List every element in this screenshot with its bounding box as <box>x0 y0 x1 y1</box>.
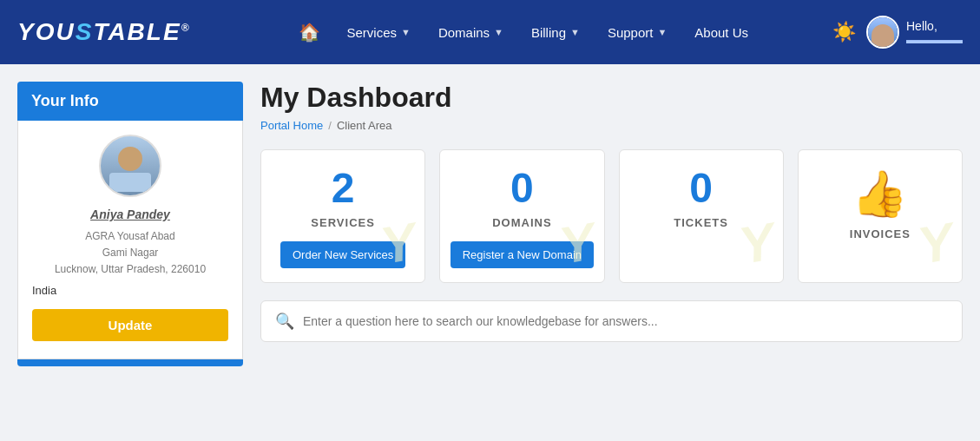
avatar <box>866 16 899 49</box>
order-services-button[interactable]: Order New Services <box>280 241 405 268</box>
tickets-label: TICKETS <box>674 216 728 229</box>
profile-country: India <box>32 284 56 297</box>
nav-home[interactable]: 🏠 <box>288 15 331 49</box>
avatar-person <box>871 24 894 47</box>
search-input[interactable] <box>303 314 948 328</box>
card-invoices: Y 👍 INVOICES <box>798 149 963 283</box>
brand-reg: ® <box>181 22 191 34</box>
sidebar: Your Info Aniya Pandey AGRA Yousaf Abad … <box>17 82 243 441</box>
brand[interactable]: YOUSTABLE® <box>17 18 190 46</box>
invoices-label: INVOICES <box>850 227 911 240</box>
nav-items: 🏠 Services ▼ Domains ▼ Billing ▼ Support… <box>225 15 824 49</box>
card-domains: Y 0 DOMAINS Register a New Domain <box>439 149 604 283</box>
nav-billing[interactable]: Billing ▼ <box>519 18 592 47</box>
main-content: My Dashboard Portal Home / Client Area Y… <box>260 82 963 441</box>
breadcrumb-home[interactable]: Portal Home <box>260 119 323 132</box>
search-icon: 🔍 <box>275 312 294 331</box>
breadcrumb-separator: / <box>328 119 332 132</box>
chevron-down-icon: ▼ <box>570 27 580 37</box>
profile-avatar <box>99 135 161 197</box>
card-watermark: Y <box>913 211 957 276</box>
breadcrumb-current: Client Area <box>337 119 392 132</box>
user-menu[interactable]: Hello, ▬▬▬▬▬ <box>866 16 963 49</box>
profile-name: Aniya Pandey <box>90 207 170 221</box>
card-watermark: Y <box>734 211 779 276</box>
avatar-inner <box>868 17 898 47</box>
register-domain-button[interactable]: Register a New Domain <box>451 241 594 268</box>
sidebar-bottom-bar <box>17 359 243 366</box>
sun-icon[interactable]: ☀️ <box>832 21 856 43</box>
tickets-count: 0 <box>689 168 713 209</box>
profile-address: AGRA Yousaf Abad Gami Nagar Lucknow, Utt… <box>55 228 206 279</box>
services-label: SERVICES <box>311 216 375 229</box>
cards-row: Y 2 SERVICES Order New Services Y 0 DOMA… <box>260 149 963 283</box>
search-bar: 🔍 <box>260 300 963 342</box>
user-name: ▬▬▬▬▬ <box>906 33 963 46</box>
domains-count: 0 <box>510 168 534 209</box>
nav-support[interactable]: Support ▼ <box>595 18 679 47</box>
your-info-body: Aniya Pandey AGRA Yousaf Abad Gami Nagar… <box>17 121 243 359</box>
services-count: 2 <box>332 168 355 209</box>
card-services: Y 2 SERVICES Order New Services <box>260 149 425 283</box>
main-wrapper: Your Info Aniya Pandey AGRA Yousaf Abad … <box>0 64 980 441</box>
nav-about[interactable]: About Us <box>682 18 760 47</box>
nav-right: ☀️ Hello, ▬▬▬▬▬ <box>832 16 963 49</box>
nav-services[interactable]: Services ▼ <box>334 18 422 47</box>
avatar-body <box>109 173 151 192</box>
thumbs-up-icon: 👍 <box>852 168 908 220</box>
nav-domains[interactable]: Domains ▼ <box>426 18 516 47</box>
chevron-down-icon: ▼ <box>494 27 503 37</box>
brand-name: YOUSTABLE® <box>17 18 190 45</box>
chevron-down-icon: ▼ <box>657 27 667 37</box>
domains-label: DOMAINS <box>492 216 551 229</box>
breadcrumb: Portal Home / Client Area <box>260 119 963 132</box>
your-info-header: Your Info <box>17 82 243 121</box>
hello-text: Hello, <box>906 19 963 33</box>
navbar: YOUSTABLE® 🏠 Services ▼ Domains ▼ Billin… <box>0 0 980 64</box>
card-tickets: Y 0 TICKETS <box>619 149 784 283</box>
avatar-head <box>118 147 142 171</box>
page-title: My Dashboard <box>260 82 963 114</box>
update-button[interactable]: Update <box>32 309 228 341</box>
chevron-down-icon: ▼ <box>401 27 411 37</box>
